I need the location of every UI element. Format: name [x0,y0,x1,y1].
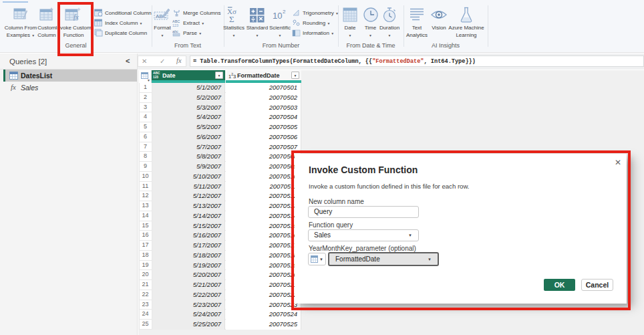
svg-text:10: 10 [273,11,282,21]
svg-text:Σ: Σ [229,14,234,23]
svg-text:abc: abc [172,29,178,33]
svg-text:2: 2 [283,9,286,15]
svg-text:123: 123 [172,23,178,27]
